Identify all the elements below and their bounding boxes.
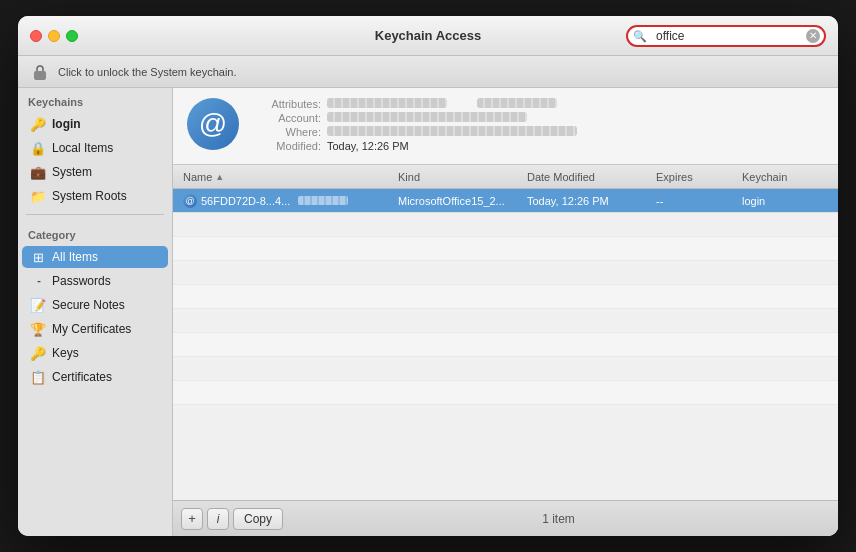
where-value [327, 126, 577, 136]
sidebar-item-local-label: Local Items [52, 141, 113, 155]
lock-icon[interactable] [30, 62, 50, 82]
empty-row [173, 213, 838, 237]
col-name[interactable]: Name ▲ [183, 171, 398, 183]
info-row-where: Where: [251, 126, 824, 138]
info-details: Attributes: Account: Where: Modif [251, 98, 824, 154]
empty-row [173, 381, 838, 405]
modified-label: Modified: [251, 140, 321, 152]
category-section-label: Category [18, 221, 172, 245]
lock-bar: Click to unlock the System keychain. [18, 56, 838, 88]
my-certs-icon: 🏆 [30, 321, 46, 337]
col-kind[interactable]: Kind [398, 171, 527, 183]
cell-kind-text: MicrosoftOffice15_2... [398, 195, 505, 207]
table-row[interactable]: @ 56FDD72D-8...4... MicrosoftOffice15_2.… [173, 189, 838, 213]
col-expires[interactable]: Expires [656, 171, 742, 183]
table-header: Name ▲ Kind Date Modified Expires Keycha… [173, 165, 838, 189]
attributes-value2 [477, 98, 557, 108]
sidebar: Keychains 🔑 login 🔒 Local Items 💼 System… [18, 88, 173, 536]
cell-name-text: 56FDD72D-8...4... [201, 195, 290, 207]
svg-rect-0 [34, 71, 46, 80]
copy-label: Copy [244, 512, 272, 526]
row-at-icon: @ [183, 194, 197, 208]
cell-expires: -- [656, 195, 742, 207]
keychains-section-label: Keychains [18, 88, 172, 112]
account-value [327, 112, 527, 122]
sidebar-item-passwords[interactable]: ··· Passwords [22, 270, 168, 292]
col-date-modified[interactable]: Date Modified [527, 171, 656, 183]
login-icon: 🔑 [30, 116, 46, 132]
sidebar-item-login-label: login [52, 117, 81, 131]
add-button[interactable]: + [181, 508, 203, 530]
cell-date-text: Today, 12:26 PM [527, 195, 609, 207]
empty-row [173, 357, 838, 381]
sidebar-item-system[interactable]: 💼 System [22, 161, 168, 183]
sort-arrow: ▲ [215, 172, 224, 182]
sidebar-item-keys[interactable]: 🔑 Keys [22, 342, 168, 364]
table-body: @ 56FDD72D-8...4... MicrosoftOffice15_2.… [173, 189, 838, 500]
cell-keychain: login [742, 195, 828, 207]
add-icon: + [188, 511, 196, 526]
empty-row [173, 309, 838, 333]
info-row-modified: Modified: Today, 12:26 PM [251, 140, 824, 152]
search-wrapper: 🔍 ✕ [626, 25, 826, 47]
empty-row [173, 333, 838, 357]
keys-icon: 🔑 [30, 345, 46, 361]
empty-row [173, 285, 838, 309]
sidebar-item-notes-label: Secure Notes [52, 298, 125, 312]
certificates-icon: 📋 [30, 369, 46, 385]
lock-bar-text[interactable]: Click to unlock the System keychain. [58, 66, 237, 78]
close-button[interactable] [30, 30, 42, 42]
info-row-account: Account: [251, 112, 824, 124]
local-items-icon: 🔒 [30, 140, 46, 156]
search-input[interactable] [626, 25, 826, 47]
sidebar-divider [26, 214, 164, 215]
sidebar-item-local-items[interactable]: 🔒 Local Items [22, 137, 168, 159]
modified-value: Today, 12:26 PM [327, 140, 409, 152]
empty-row [173, 261, 838, 285]
window-title: Keychain Access [375, 28, 481, 43]
info-button[interactable]: i [207, 508, 229, 530]
cell-keychain-text: login [742, 195, 765, 207]
secure-notes-icon: 📝 [30, 297, 46, 313]
cell-expires-text: -- [656, 195, 663, 207]
where-label: Where: [251, 126, 321, 138]
passwords-icon: ··· [30, 273, 46, 289]
cell-name: @ 56FDD72D-8...4... [183, 194, 398, 208]
maximize-button[interactable] [66, 30, 78, 42]
table-area: Name ▲ Kind Date Modified Expires Keycha… [173, 165, 838, 500]
search-icon: 🔍 [633, 29, 647, 42]
sidebar-item-login[interactable]: 🔑 login [22, 113, 168, 135]
main-content: Keychains 🔑 login 🔒 Local Items 💼 System… [18, 88, 838, 536]
minimize-button[interactable] [48, 30, 60, 42]
right-pane: @ Attributes: Account: Where: [173, 88, 838, 536]
sidebar-item-certs-label: Certificates [52, 370, 112, 384]
status-text: 1 item [542, 512, 575, 526]
sidebar-item-certificates[interactable]: 📋 Certificates [22, 366, 168, 388]
sidebar-item-keys-label: Keys [52, 346, 79, 360]
titlebar: Keychain Access 🔍 ✕ [18, 16, 838, 56]
system-icon: 💼 [30, 164, 46, 180]
sidebar-item-mycerts-label: My Certificates [52, 322, 131, 336]
attributes-value [327, 98, 447, 108]
col-keychain[interactable]: Keychain [742, 171, 828, 183]
item-icon: @ [187, 98, 239, 150]
sidebar-item-passwords-label: Passwords [52, 274, 111, 288]
account-label: Account: [251, 112, 321, 124]
info-icon: i [217, 512, 220, 526]
sidebar-item-secure-notes[interactable]: 📝 Secure Notes [22, 294, 168, 316]
sidebar-item-all-label: All Items [52, 250, 98, 264]
all-items-icon: ⊞ [30, 249, 46, 265]
search-clear-button[interactable]: ✕ [806, 29, 820, 43]
sidebar-item-my-certs[interactable]: 🏆 My Certificates [22, 318, 168, 340]
info-panel: @ Attributes: Account: Where: [173, 88, 838, 165]
sidebar-item-system-label: System [52, 165, 92, 179]
cell-date: Today, 12:26 PM [527, 195, 656, 207]
info-row-attributes: Attributes: [251, 98, 824, 110]
status-bar: 1 item [287, 512, 830, 526]
sidebar-item-sysroots-label: System Roots [52, 189, 127, 203]
sidebar-item-all-items[interactable]: ⊞ All Items [22, 246, 168, 268]
system-roots-icon: 📁 [30, 188, 46, 204]
sidebar-item-system-roots[interactable]: 📁 System Roots [22, 185, 168, 207]
attributes-label: Attributes: [251, 98, 321, 110]
copy-button[interactable]: Copy [233, 508, 283, 530]
